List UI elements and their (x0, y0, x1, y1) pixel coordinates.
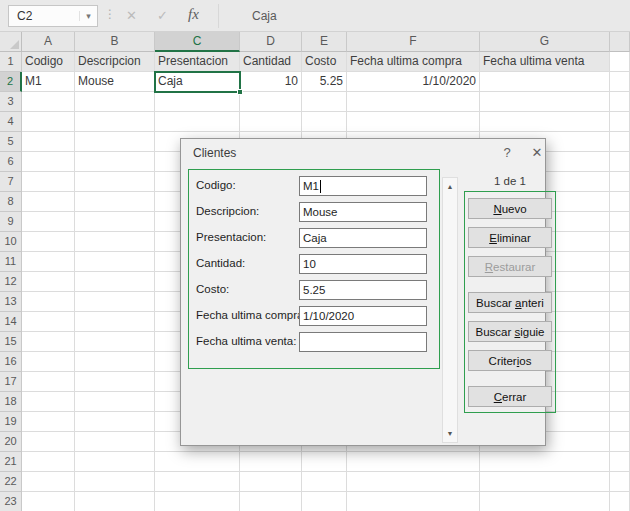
cell-E3[interactable] (302, 92, 347, 112)
row-header-21[interactable]: 21 (0, 452, 22, 472)
dialog-button-buscar-anteri[interactable]: Buscar anteri (468, 292, 552, 313)
cell-A3[interactable] (22, 92, 75, 112)
fill-handle[interactable] (237, 89, 243, 95)
row-header-12[interactable]: 12 (0, 272, 22, 292)
row-header-4[interactable]: 4 (0, 112, 22, 132)
row-header-5[interactable]: 5 (0, 132, 22, 152)
cell-E2[interactable]: 5.25 (302, 72, 347, 92)
dialog-button-nuevo[interactable]: Nuevo (468, 198, 552, 219)
cell-B9[interactable] (75, 212, 155, 232)
cell-A2[interactable]: M1 (22, 72, 75, 92)
cell-B12[interactable] (75, 272, 155, 292)
field-input-codigo[interactable]: M1 (299, 176, 427, 196)
dialog-button-eliminar[interactable]: Eliminar (468, 227, 552, 248)
cancel-icon[interactable]: ✕ (126, 8, 137, 23)
cell-X8[interactable] (610, 192, 630, 212)
cell-X12[interactable] (610, 272, 630, 292)
cell-X11[interactable] (610, 252, 630, 272)
row-header-14[interactable]: 14 (0, 312, 22, 332)
cell-C3[interactable] (155, 92, 240, 112)
cell-E21[interactable] (302, 452, 347, 472)
cell-A15[interactable] (22, 332, 75, 352)
cell-C22[interactable] (155, 472, 240, 492)
formula-input[interactable]: Caja (252, 9, 277, 23)
scroll-up-icon[interactable]: ▲ (443, 179, 457, 194)
column-header-extra[interactable] (610, 32, 630, 52)
cell-X21[interactable] (610, 452, 630, 472)
row-header-15[interactable]: 15 (0, 332, 22, 352)
dialog-button-buscar-siguie[interactable]: Buscar siguie (468, 321, 552, 342)
dialog-button-cerrar[interactable]: Cerrar (468, 386, 552, 407)
cell-B16[interactable] (75, 352, 155, 372)
cell-B7[interactable] (75, 172, 155, 192)
select-all-corner[interactable] (0, 32, 22, 52)
cell-B20[interactable] (75, 432, 155, 452)
cell-A9[interactable] (22, 212, 75, 232)
cell-X17[interactable] (610, 372, 630, 392)
row-header-10[interactable]: 10 (0, 232, 22, 252)
cell-X14[interactable] (610, 312, 630, 332)
help-icon[interactable]: ? (495, 143, 519, 163)
row-header-19[interactable]: 19 (0, 412, 22, 432)
cell-B14[interactable] (75, 312, 155, 332)
cell-X7[interactable] (610, 172, 630, 192)
field-input-cantidad[interactable]: 10 (299, 254, 427, 274)
cell-G2[interactable] (480, 72, 610, 92)
row-header-16[interactable]: 16 (0, 352, 22, 372)
cell-C1[interactable]: Presentacion (155, 52, 240, 72)
cell-F1[interactable]: Fecha ultima compra (347, 52, 480, 72)
cell-A20[interactable] (22, 432, 75, 452)
cell-D23[interactable] (240, 492, 302, 511)
cell-E1[interactable]: Costo (302, 52, 347, 72)
close-icon[interactable]: ✕ (525, 143, 549, 163)
cell-B11[interactable] (75, 252, 155, 272)
cell-X16[interactable] (610, 352, 630, 372)
cell-B17[interactable] (75, 372, 155, 392)
cell-B4[interactable] (75, 112, 155, 132)
cell-F3[interactable] (347, 92, 480, 112)
cell-X10[interactable] (610, 232, 630, 252)
cell-X5[interactable] (610, 132, 630, 152)
cell-X20[interactable] (610, 432, 630, 452)
cell-A6[interactable] (22, 152, 75, 172)
column-header-A[interactable]: A (22, 32, 75, 52)
cell-E4[interactable] (302, 112, 347, 132)
cell-B5[interactable] (75, 132, 155, 152)
cell-C21[interactable] (155, 452, 240, 472)
name-box-dropdown-icon[interactable]: ▾ (79, 11, 97, 21)
cell-X22[interactable] (610, 472, 630, 492)
column-header-G[interactable]: G (480, 32, 610, 52)
cell-B22[interactable] (75, 472, 155, 492)
cell-X13[interactable] (610, 292, 630, 312)
cell-D22[interactable] (240, 472, 302, 492)
cell-G3[interactable] (480, 92, 610, 112)
dialog-button-criterios[interactable]: Criterios (468, 350, 552, 371)
cell-G1[interactable]: Fecha ultima venta (480, 52, 610, 72)
cell-A13[interactable] (22, 292, 75, 312)
cell-A16[interactable] (22, 352, 75, 372)
cell-B2[interactable]: Mouse (75, 72, 155, 92)
cell-F22[interactable] (347, 472, 480, 492)
cell-B23[interactable] (75, 492, 155, 511)
cell-A14[interactable] (22, 312, 75, 332)
cell-B15[interactable] (75, 332, 155, 352)
cell-D21[interactable] (240, 452, 302, 472)
cell-B10[interactable] (75, 232, 155, 252)
cell-A18[interactable] (22, 392, 75, 412)
row-header-13[interactable]: 13 (0, 292, 22, 312)
cell-A5[interactable] (22, 132, 75, 152)
cell-A11[interactable] (22, 252, 75, 272)
row-header-22[interactable]: 22 (0, 472, 22, 492)
field-input-presentacion[interactable]: Caja (299, 228, 427, 248)
cell-A12[interactable] (22, 272, 75, 292)
column-header-F[interactable]: F (347, 32, 480, 52)
cell-A22[interactable] (22, 472, 75, 492)
row-header-6[interactable]: 6 (0, 152, 22, 172)
cell-D3[interactable] (240, 92, 302, 112)
row-header-17[interactable]: 17 (0, 372, 22, 392)
cell-G23[interactable] (480, 492, 610, 511)
enter-icon[interactable]: ✓ (157, 8, 168, 23)
row-header-8[interactable]: 8 (0, 192, 22, 212)
cell-A17[interactable] (22, 372, 75, 392)
field-input-fecha-ultima-venta[interactable] (299, 332, 427, 352)
